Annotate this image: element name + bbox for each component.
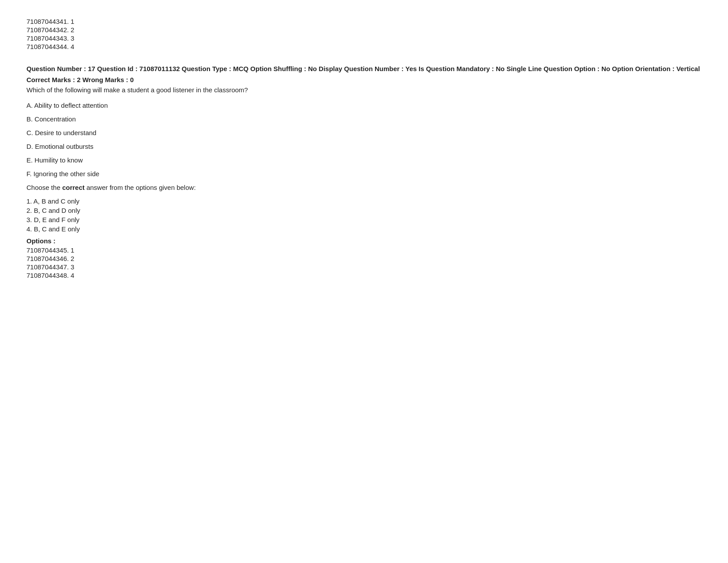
option-id-item: 71087044345. 1 — [26, 246, 702, 254]
options-label: Options : — [26, 237, 702, 245]
option-item: B. Concentration — [26, 115, 702, 123]
answer-options-list: 1. A, B and C only2. B, C and D only3. D… — [26, 197, 702, 233]
choose-instruction: Choose the correct answer from the optio… — [26, 184, 702, 191]
question-text: Which of the following will make a stude… — [26, 86, 702, 94]
answer-option-item: 4. B, C and E only — [26, 225, 702, 233]
option-item: D. Emotional outbursts — [26, 143, 702, 150]
prev-option-id-item: 71087044343. 3 — [26, 34, 702, 42]
prev-option-ids: 71087044341. 171087044342. 271087044343.… — [26, 18, 702, 50]
correct-bold: correct — [62, 184, 85, 191]
option-ids-list: 71087044345. 171087044346. 271087044347.… — [26, 246, 702, 279]
option-id-item: 71087044348. 4 — [26, 272, 702, 279]
option-item: C. Desire to understand — [26, 129, 702, 136]
prev-option-id-item: 71087044342. 2 — [26, 26, 702, 34]
answer-option-item: 2. B, C and D only — [26, 207, 702, 214]
prev-option-id-item: 71087044341. 1 — [26, 18, 702, 25]
prev-option-id-item: 71087044344. 4 — [26, 43, 702, 50]
option-item: A. Ability to deflect attention — [26, 102, 702, 109]
option-item: F. Ignoring the other side — [26, 170, 702, 178]
question-meta-line1: Question Number : 17 Question Id : 71087… — [26, 64, 702, 74]
marks-line: Correct Marks : 2 Wrong Marks : 0 — [26, 76, 702, 83]
option-item: E. Humility to know — [26, 156, 702, 164]
answer-option-item: 3. D, E and F only — [26, 216, 702, 223]
answer-option-item: 1. A, B and C only — [26, 197, 702, 205]
option-id-item: 71087044346. 2 — [26, 255, 702, 262]
option-id-item: 71087044347. 3 — [26, 263, 702, 271]
